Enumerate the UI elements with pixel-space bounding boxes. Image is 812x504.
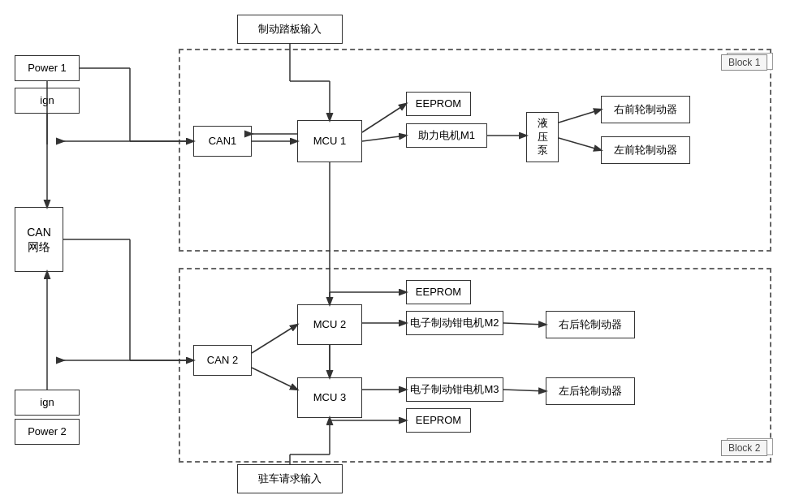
rear-left-label: 左后轮制动器 bbox=[559, 385, 622, 398]
front-left-box: 左前轮制动器 bbox=[601, 136, 690, 164]
mcu3-label: MCU 3 bbox=[313, 391, 346, 405]
eeprom1-label: EEPROM bbox=[416, 97, 461, 111]
block2-label-box: Block 2 bbox=[721, 440, 767, 456]
rear-right-label: 右后轮制动器 bbox=[559, 318, 622, 332]
hydraulic-box: 液压泵 bbox=[526, 112, 559, 162]
block1-label-box: Block 1 bbox=[721, 54, 767, 71]
motor3-label: 电子制动钳电机M3 bbox=[410, 383, 499, 397]
can2-box: CAN 2 bbox=[193, 345, 252, 376]
mcu2-label: MCU 2 bbox=[313, 318, 346, 332]
block2-boundary bbox=[179, 268, 771, 463]
front-right-box: 右前轮制动器 bbox=[601, 96, 690, 123]
system-diagram: Block 1 Block 2 Power 1 ign CAN网络 ign Po… bbox=[0, 0, 812, 504]
rear-right-box: 右后轮制动器 bbox=[546, 311, 635, 338]
can-network-box: CAN网络 bbox=[15, 207, 63, 272]
mcu1-box: MCU 1 bbox=[297, 120, 362, 162]
motor1-box: 助力电机M1 bbox=[406, 123, 487, 148]
motor2-label: 电子制动钳电机M2 bbox=[410, 317, 499, 330]
ign1-label: ign bbox=[40, 94, 54, 108]
can-network-label: CAN网络 bbox=[27, 225, 51, 254]
eeprom2-label: EEPROM bbox=[416, 286, 461, 299]
can1-label: CAN1 bbox=[209, 135, 237, 149]
hydraulic-label: 液压泵 bbox=[538, 117, 548, 158]
power2-box: Power 2 bbox=[15, 419, 80, 445]
front-left-label: 左前轮制动器 bbox=[614, 144, 677, 157]
can2-label: CAN 2 bbox=[207, 354, 238, 368]
mcu3-box: MCU 3 bbox=[297, 377, 362, 418]
power1-label: Power 1 bbox=[28, 62, 67, 75]
ign2-label: ign bbox=[40, 396, 54, 410]
front-right-label: 右前轮制动器 bbox=[614, 103, 677, 117]
motor1-label: 助力电机M1 bbox=[418, 129, 475, 143]
power2-label: Power 2 bbox=[28, 425, 67, 439]
mcu1-label: MCU 1 bbox=[313, 135, 346, 149]
can1-box: CAN1 bbox=[193, 126, 252, 157]
parking-input-box: 驻车请求输入 bbox=[237, 464, 343, 493]
eeprom1-box: EEPROM bbox=[406, 92, 471, 116]
brake-input-box: 制动踏板输入 bbox=[237, 15, 343, 44]
ign2-box: ign bbox=[15, 390, 80, 416]
motor2-box: 电子制动钳电机M2 bbox=[406, 311, 503, 335]
eeprom3-label: EEPROM bbox=[416, 414, 461, 428]
mcu2-box: MCU 2 bbox=[297, 304, 362, 345]
ign1-box: ign bbox=[15, 88, 80, 114]
eeprom3-box: EEPROM bbox=[406, 408, 471, 433]
rear-left-box: 左后轮制动器 bbox=[546, 377, 635, 405]
brake-input-label: 制动踏板输入 bbox=[258, 23, 322, 37]
motor3-box: 电子制动钳电机M3 bbox=[406, 377, 503, 402]
eeprom2-box: EEPROM bbox=[406, 280, 471, 304]
power1-box: Power 1 bbox=[15, 55, 80, 81]
parking-input-label: 驻车请求输入 bbox=[258, 472, 322, 486]
